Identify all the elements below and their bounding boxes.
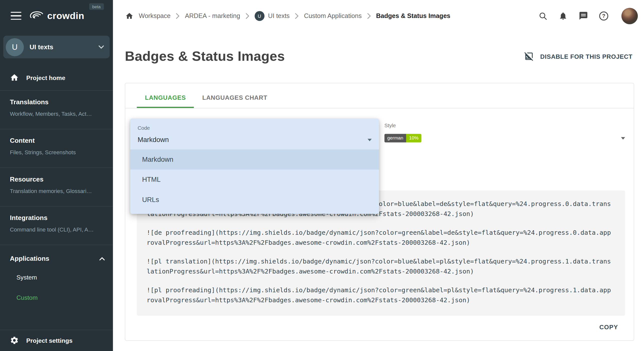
chevron-right-icon	[295, 13, 299, 19]
badge-options-row: Code Markdown Markdown HTML URLs Style	[137, 120, 625, 158]
user-avatar[interactable]	[621, 8, 638, 24]
badge-preview-value: 10%	[406, 134, 421, 142]
breadcrumb-custom-applications[interactable]: Custom Applications	[304, 12, 362, 20]
home-icon	[10, 73, 19, 82]
breadcrumb-organization[interactable]: ARDEA - marketing	[185, 12, 240, 20]
sidebar-item-content[interactable]: Content Files, Strings, Screenshots	[0, 129, 113, 168]
badge-preview-label: german	[384, 134, 406, 142]
chevron-right-icon	[367, 13, 371, 19]
beta-badge: beta	[89, 3, 104, 10]
option-html[interactable]: HTML	[130, 170, 379, 190]
breadcrumb-workspace[interactable]: Workspace	[139, 12, 171, 20]
badge-preview: german 10%	[384, 134, 421, 142]
section-title: Content	[10, 137, 103, 144]
sidebar-item-label: Project settings	[26, 337, 73, 344]
sidebar-item-integrations[interactable]: Integrations Command line tool (CLI), AP…	[0, 206, 113, 245]
chat-icon[interactable]	[579, 11, 588, 20]
copy-button[interactable]: COPY	[596, 321, 621, 333]
crowdin-logo-text: crowdin	[47, 10, 84, 21]
project-avatar-small: U	[255, 11, 264, 21]
bell-icon[interactable]	[558, 11, 567, 20]
sidebar-item-project-home[interactable]: Project home	[0, 66, 113, 90]
section-subtitle: Command line tool (CLI), API, A…	[10, 226, 103, 233]
chevron-down-icon	[99, 45, 104, 49]
code-line: ![pl proofreading](https://img.shields.i…	[147, 285, 612, 305]
breadcrumb-project-label: UI texts	[268, 12, 290, 20]
chevron-right-icon	[245, 13, 249, 19]
sidebar-item-project-settings[interactable]: Project settings	[0, 330, 113, 351]
chevron-up-icon	[99, 257, 105, 260]
sidebar-item-system[interactable]: System	[0, 267, 113, 287]
tab-languages-chart[interactable]: LANGUAGES CHART	[194, 83, 276, 108]
code-select-options: Markdown HTML URLs	[130, 150, 379, 210]
topbar-actions: ?	[538, 8, 638, 24]
sidebar-item-translations[interactable]: Translations Workflow, Members, Tasks, A…	[0, 91, 113, 129]
badges-panel: LANGUAGES LANGUAGES CHART Code Markdown …	[125, 83, 634, 341]
style-select[interactable]: Style german 10%	[384, 123, 625, 142]
option-markdown[interactable]: Markdown	[130, 150, 379, 170]
project-avatar: U	[6, 38, 24, 56]
disable-image-icon	[524, 51, 534, 61]
style-select-label: Style	[384, 123, 625, 128]
dropdown-arrow-icon	[368, 138, 372, 141]
section-title: Translations	[10, 98, 103, 106]
section-title: Applications	[10, 255, 49, 262]
section-subtitle: Workflow, Members, Tasks, Act…	[10, 111, 103, 117]
sidebar-item-resources[interactable]: Resources Translation memories, Glossari…	[0, 168, 113, 206]
tab-bar: LANGUAGES LANGUAGES CHART	[125, 83, 634, 108]
disable-button-label: DISABLE FOR THIS PROJECT	[540, 53, 632, 60]
sidebar-item-label: Project home	[26, 74, 65, 81]
breadcrumb-project[interactable]: U UI texts	[255, 11, 290, 21]
section-title: Integrations	[10, 214, 103, 222]
dropdown-arrow-icon	[621, 137, 625, 140]
copy-row: COPY	[138, 321, 621, 333]
disable-for-project-button[interactable]: DISABLE FOR THIS PROJECT	[524, 51, 632, 61]
sidebar: crowdin beta U UI texts Project home Tra…	[0, 0, 113, 351]
section-subtitle: Translation memories, Glossari…	[10, 188, 103, 194]
menu-icon[interactable]	[11, 12, 22, 20]
code-select[interactable]: Code Markdown	[130, 119, 379, 150]
sidebar-header: crowdin beta	[0, 0, 113, 32]
project-switcher-name: UI texts	[30, 43, 53, 51]
code-select-label: Code	[138, 125, 372, 131]
page-title: Badges & Status Images	[125, 48, 285, 64]
sidebar-item-custom[interactable]: Custom	[0, 288, 113, 308]
section-title: Resources	[10, 176, 103, 183]
crowdin-logo[interactable]: crowdin	[28, 10, 84, 21]
sidebar-item-applications[interactable]: Applications	[0, 245, 113, 267]
tab-languages[interactable]: LANGUAGES	[137, 83, 194, 108]
breadcrumb-current-page: Badges & Status Images	[376, 12, 450, 20]
gear-icon	[10, 336, 19, 345]
help-icon[interactable]: ?	[599, 11, 608, 20]
project-switcher[interactable]: U UI texts	[3, 36, 110, 58]
breadcrumb: Workspace ARDEA - marketing U UI texts C…	[125, 11, 450, 21]
option-urls[interactable]: URLs	[130, 190, 379, 210]
code-select-value: Markdown	[138, 136, 169, 144]
crowdin-logo-icon	[28, 10, 44, 21]
chevron-right-icon	[176, 13, 180, 19]
topbar: Workspace ARDEA - marketing U UI texts C…	[113, 0, 644, 32]
app-window: crowdin beta U UI texts Project home Tra…	[0, 0, 644, 351]
code-select-dropdown: Code Markdown Markdown HTML URLs	[130, 119, 379, 214]
section-subtitle: Files, Strings, Screenshots	[10, 150, 103, 156]
code-line: ![pl translation](https://img.shields.io…	[147, 256, 612, 276]
page-header: Badges & Status Images DISABLE FOR THIS …	[125, 48, 634, 64]
main-content: Badges & Status Images DISABLE FOR THIS …	[113, 32, 644, 351]
sidebar-footer: Project settings	[0, 330, 113, 351]
code-line: ![de proofreading](https://img.shields.i…	[147, 228, 612, 248]
search-icon[interactable]	[538, 11, 547, 20]
breadcrumb-home-icon[interactable]	[125, 12, 134, 20]
